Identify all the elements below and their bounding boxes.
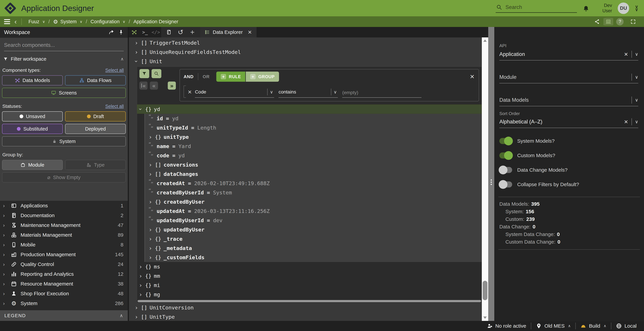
tab-close-icon[interactable]: ✕ xyxy=(248,29,252,35)
record-row-mg[interactable]: ›{}mg xyxy=(137,290,482,299)
chevron-right-icon[interactable]: › xyxy=(3,232,7,238)
code-icon[interactable]: </> xyxy=(150,27,161,37)
chevron-right-icon[interactable]: › xyxy=(3,203,7,209)
field-row-_trace[interactable]: ›{}_trace xyxy=(145,234,482,243)
tab-data-explorer[interactable]: Data Explorer ✕ xyxy=(200,27,256,37)
status-system-button[interactable]: System xyxy=(2,136,126,146)
breadcrumb-item[interactable]: Application Designer xyxy=(134,19,178,24)
field-row-createdByUser[interactable]: ›{}createdByUser xyxy=(145,197,482,206)
filter-screens-button[interactable]: Screens xyxy=(2,88,126,98)
chevron-collapsed-icon[interactable]: › xyxy=(138,292,143,297)
chevron-right-icon[interactable]: › xyxy=(3,262,7,267)
chevron-collapsed-icon[interactable]: › xyxy=(148,134,152,140)
breadcrumb-item[interactable]: Configuration∨ xyxy=(90,19,126,24)
field-row-unitTypeId[interactable]: “”unitTypeId=Length xyxy=(145,123,482,132)
chevron-down-icon[interactable]: ∨ xyxy=(122,19,125,24)
filter-data-flows-button[interactable]: Data Flows xyxy=(65,75,126,85)
user-menu-chevron-icon[interactable]: ∨∨ xyxy=(635,5,638,11)
chevron-collapsed-icon[interactable]: › xyxy=(148,227,152,233)
apply-filter-button[interactable] xyxy=(140,69,149,78)
module-list-item[interactable]: ›Shop Floor Execution48 xyxy=(0,289,128,299)
open-in-new-icon[interactable] xyxy=(108,30,114,35)
breadcrumb-item[interactable]: ⚙System∨ xyxy=(53,19,82,24)
field-row-id[interactable]: “”id=yd xyxy=(145,114,482,123)
module-list-item[interactable]: ›Reporting and Analytics12 xyxy=(0,269,128,279)
field-row-updatedByUser[interactable]: ›{}updatedByUser xyxy=(145,225,482,234)
chevron-right-icon[interactable]: › xyxy=(3,213,7,218)
history-icon[interactable]: ↺ xyxy=(175,28,186,36)
api-select[interactable]: Application ✕ ∨ xyxy=(499,51,638,60)
tree-row-model[interactable]: ›[]UnitType xyxy=(133,312,482,321)
toggle-switch[interactable] xyxy=(499,152,512,159)
chevron-collapsed-icon[interactable]: › xyxy=(148,199,152,205)
module-list-item[interactable]: ›Resource Management38 xyxy=(0,279,128,289)
chevron-collapsed-icon[interactable]: › xyxy=(134,305,138,311)
chevron-collapsed-icon[interactable]: › xyxy=(134,49,138,55)
chevron-collapsed-icon[interactable]: › xyxy=(148,162,152,168)
toggle-switch[interactable] xyxy=(499,167,512,173)
logic-or-toggle[interactable]: OR xyxy=(203,74,210,79)
add-group-button[interactable]: + GROUP xyxy=(246,72,279,82)
tree-row-model[interactable]: ›[]UnitConversion xyxy=(133,303,482,312)
chevron-up-icon[interactable]: ∧ xyxy=(568,324,571,328)
group-by-module-button[interactable]: Module xyxy=(2,160,63,170)
status-draft-button[interactable]: Draft xyxy=(65,111,126,121)
record-row-mm[interactable]: ›{}mm xyxy=(137,271,482,281)
avatar[interactable]: DU xyxy=(618,2,629,14)
clear-icon[interactable]: ✕ xyxy=(624,119,628,125)
menu-hamburger-icon[interactable] xyxy=(4,19,10,24)
record-row-ms[interactable]: ›{}ms xyxy=(137,262,482,271)
statusbar-item[interactable]: No role active xyxy=(482,323,531,329)
rule-operator-select[interactable]: contains ∨ xyxy=(278,89,338,98)
tree-row-model[interactable]: ›[]UniqueRequiredFieldsTestModel xyxy=(133,47,482,57)
module-list-item[interactable]: ›Mobile8 xyxy=(0,240,128,250)
first-page-button[interactable]: « xyxy=(140,81,148,90)
run-search-button[interactable] xyxy=(152,69,161,78)
chevron-collapsed-icon[interactable]: › xyxy=(138,282,143,288)
dev-console-icon[interactable] xyxy=(604,18,613,25)
legend-header[interactable]: LEGEND ∧ xyxy=(0,310,128,321)
scroll-down-arrow-icon[interactable] xyxy=(483,317,487,319)
record-row-mi[interactable]: ›{}mi xyxy=(137,281,482,290)
chevron-right-icon[interactable]: › xyxy=(3,222,7,228)
module-list-item[interactable]: ›Materials Management89 xyxy=(0,230,128,240)
scrollbar-thumb[interactable] xyxy=(483,281,488,300)
clear-icon[interactable]: ✕ xyxy=(624,51,628,57)
chevron-collapsed-icon[interactable]: › xyxy=(148,255,152,260)
filter-workspace-header[interactable]: Filter workspace ∧ xyxy=(3,56,124,62)
vertical-scrollbar[interactable] xyxy=(482,37,488,321)
chevron-collapsed-icon[interactable]: › xyxy=(148,236,152,242)
next-page-button[interactable]: » xyxy=(168,81,176,90)
module-list-item[interactable]: ›Documentation2 xyxy=(0,211,128,220)
field-row-name[interactable]: “”name=Yard xyxy=(145,141,482,151)
toggle-switch[interactable] xyxy=(499,181,512,187)
field-row-createdAt[interactable]: “”createdAt=2026-02-10T23:49:19.688Z xyxy=(145,179,482,188)
field-row-updatedByUserId[interactable]: “”updatedByUserId=dev xyxy=(145,216,482,225)
chevron-collapsed-icon[interactable]: › xyxy=(148,171,152,177)
notebook-icon[interactable] xyxy=(163,29,175,35)
component-types-select-all-link[interactable]: Select all xyxy=(105,68,124,73)
horizontal-scrollbar[interactable] xyxy=(138,300,481,302)
chevron-expanded-icon[interactable]: › xyxy=(134,59,139,63)
legend-collapse-icon[interactable]: ∧ xyxy=(120,313,124,318)
field-row-unitType[interactable]: ›{}unitType xyxy=(145,132,482,141)
chevron-down-icon[interactable]: ∨ xyxy=(635,97,638,103)
module-list-item[interactable]: ›⚙System286 xyxy=(0,299,128,308)
add-tab-icon[interactable]: + xyxy=(186,28,198,36)
statusbar-item[interactable]: Old MES∧ xyxy=(531,323,576,329)
module-list-item[interactable]: ›Quality Control24 xyxy=(0,259,128,269)
tree-row-model[interactable]: ›[]TriggerTestModel xyxy=(133,38,482,47)
module-list-item[interactable]: ›Production Management145 xyxy=(0,250,128,259)
field-row-code[interactable]: “”code=yd xyxy=(145,151,482,160)
chevron-right-icon[interactable]: › xyxy=(3,271,7,277)
pin-icon[interactable] xyxy=(118,30,124,35)
chevron-down-icon[interactable]: ∨ xyxy=(334,89,337,95)
fullscreen-icon[interactable] xyxy=(627,19,640,24)
field-row-dataChanges[interactable]: ›[]dataChanges xyxy=(145,169,482,179)
remove-rule-icon[interactable]: ✕ xyxy=(188,89,192,95)
workspace-search-input[interactable]: Search components... xyxy=(4,42,124,51)
chevron-collapsed-icon[interactable]: › xyxy=(138,273,143,279)
close-filter-icon[interactable]: ✕ xyxy=(470,73,475,80)
field-row-_metadata[interactable]: ›{}_metadata xyxy=(145,243,482,253)
back-chevron-icon[interactable]: ‹ xyxy=(14,18,17,25)
